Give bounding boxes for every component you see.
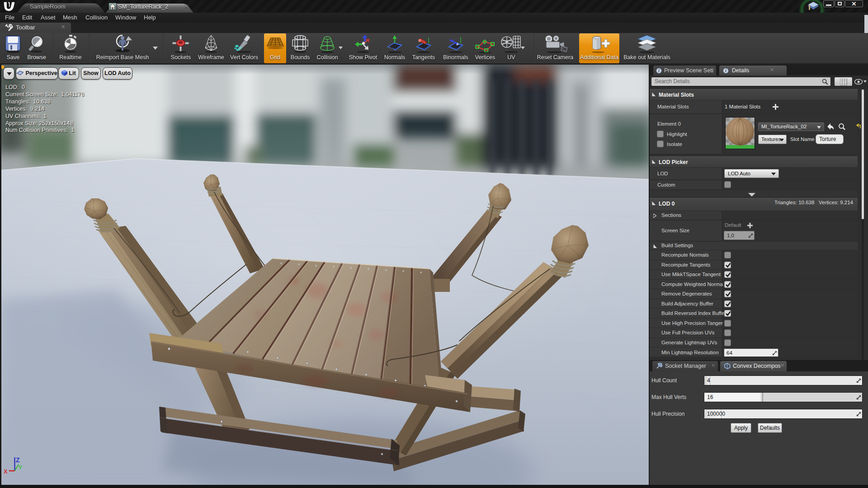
svg-text:X: X	[4, 468, 8, 475]
svg-text:i: i	[725, 68, 726, 73]
svg-text:Z: Z	[16, 456, 20, 464]
svg-text:Y: Y	[19, 465, 22, 471]
svg-text:i: i	[658, 68, 660, 73]
